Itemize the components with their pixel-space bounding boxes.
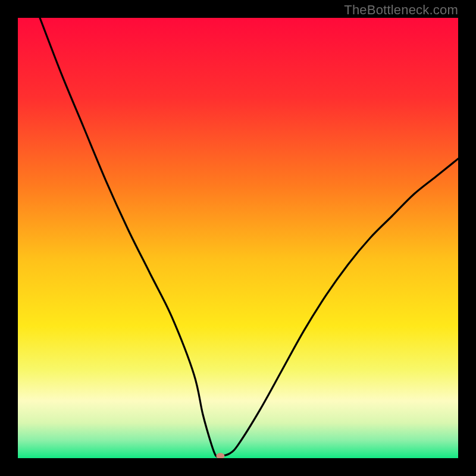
plot-area	[18, 18, 458, 458]
watermark-text: TheBottleneck.com	[344, 2, 458, 18]
bottleneck-curve	[18, 18, 458, 458]
optimal-marker	[216, 453, 224, 458]
chart-frame: TheBottleneck.com	[0, 0, 476, 476]
